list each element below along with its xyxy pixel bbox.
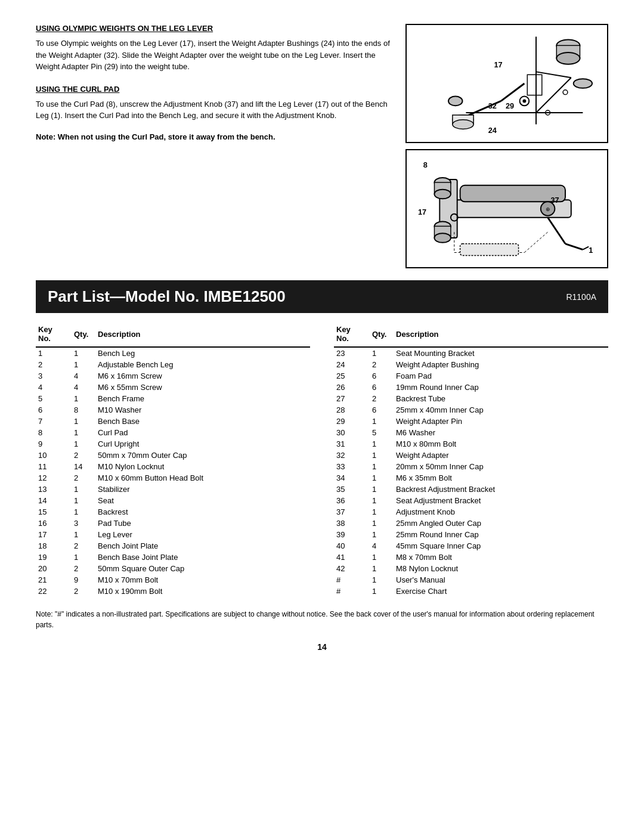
table-row: 20 2 50mm Square Outer Cap — [36, 563, 310, 574]
desc-cell: M10 x 60mm Button Head Bolt — [95, 472, 310, 484]
desc-cell: M6 x 55mm Screw — [95, 382, 310, 393]
table-row: # 1 Exercise Chart — [334, 586, 608, 597]
svg-point-9 — [453, 120, 473, 129]
desc-cell: Bench Base — [95, 416, 310, 427]
desc-cell: Bench Frame — [95, 393, 310, 404]
svg-rect-26 — [460, 185, 565, 202]
qty-cell: 1 — [72, 427, 95, 438]
key-no-cell: 35 — [334, 484, 370, 495]
qty-cell: 1 — [370, 472, 394, 484]
table-row: 6 8 M10 Washer — [36, 404, 310, 416]
left-parts-table: Key No. Qty. Description 1 1 Bench Leg 2… — [36, 323, 310, 597]
svg-point-12 — [556, 52, 580, 64]
key-no-cell: 31 — [334, 438, 370, 450]
desc-cell: Foam Pad — [394, 370, 608, 382]
table-row: 31 1 M10 x 80mm Bolt — [334, 438, 608, 450]
desc-cell: Stabilizer — [95, 484, 310, 495]
table-row: 4 4 M6 x 55mm Screw — [36, 382, 310, 393]
svg-point-15 — [522, 99, 526, 103]
desc-cell: Seat Mounting Bracket — [394, 347, 608, 359]
key-no-cell: 13 — [36, 484, 72, 495]
qty-cell: 1 — [72, 552, 95, 563]
desc-cell: Curl Upright — [95, 438, 310, 450]
diagram-leg-lever: 17 32 29 24 — [405, 24, 608, 143]
qty-cell: 1 — [370, 347, 394, 359]
table-row: 7 1 Bench Base — [36, 416, 310, 427]
table-row: 18 2 Bench Joint Plate — [36, 540, 310, 552]
key-no-cell: 8 — [36, 427, 72, 438]
part-list-title: Part List—Model No. IMBE12500 — [48, 287, 286, 306]
desc-cell: M10 x 70mm Bolt — [95, 574, 310, 586]
qty-cell: 1 — [370, 450, 394, 461]
key-no-cell: 42 — [334, 563, 370, 574]
key-no-cell: 3 — [36, 370, 72, 382]
right-diagrams: 17 32 29 24 — [405, 24, 608, 268]
desc-cell: Backrest — [95, 506, 310, 518]
qty-cell: 2 — [72, 586, 95, 597]
desc-cell: Pad Tube — [95, 518, 310, 529]
qty-cell: 14 — [72, 461, 95, 472]
section1-heading: USING OLYMPIC WEIGHTS ON THE LEG LEVER — [36, 24, 394, 33]
key-no-cell: 40 — [334, 540, 370, 552]
table-row: 14 1 Seat — [36, 495, 310, 506]
col-qty-left: Qty. — [72, 323, 95, 347]
key-no-cell: 14 — [36, 495, 72, 506]
qty-cell: 4 — [370, 540, 394, 552]
desc-cell: M6 x 16mm Screw — [95, 370, 310, 382]
svg-point-33 — [434, 190, 450, 199]
svg-text:17: 17 — [494, 60, 502, 69]
table-row: 40 4 45mm Square Inner Cap — [334, 540, 608, 552]
key-no-cell: # — [334, 574, 370, 586]
desc-cell: 50mm Square Outer Cap — [95, 563, 310, 574]
qty-cell: 4 — [72, 382, 95, 393]
desc-cell: Adjustment Knob — [394, 506, 608, 518]
qty-cell: 1 — [72, 529, 95, 540]
desc-cell: Seat — [95, 495, 310, 506]
qty-cell: 1 — [370, 506, 394, 518]
table-row: 29 1 Weight Adapter Pin — [334, 416, 608, 427]
svg-text:17: 17 — [418, 208, 426, 216]
table-row: 26 6 19mm Round Inner Cap — [334, 382, 608, 393]
qty-cell: 6 — [370, 404, 394, 416]
desc-cell: 45mm Square Inner Cap — [394, 540, 608, 552]
table-row: 42 1 M8 Nylon Locknut — [334, 563, 608, 574]
key-no-cell: 1 — [36, 347, 72, 359]
svg-text:8: 8 — [423, 160, 428, 169]
qty-cell: 1 — [72, 495, 95, 506]
col-key-no-left: Key No. — [36, 323, 72, 347]
section1-text: To use Olympic weights on the Leg Lever … — [36, 38, 394, 73]
svg-point-17 — [448, 97, 463, 106]
svg-point-13 — [574, 79, 592, 88]
desc-cell: 20mm x 50mm Inner Cap — [394, 461, 608, 472]
col-key-no-right: Key No. — [334, 323, 370, 347]
desc-cell: 25mm x 40mm Inner Cap — [394, 404, 608, 416]
key-no-cell: 36 — [334, 495, 370, 506]
left-content: USING OLYMPIC WEIGHTS ON THE LEG LEVER T… — [36, 24, 394, 268]
desc-cell: Seat Adjustment Bracket — [394, 495, 608, 506]
table-row: 21 9 M10 x 70mm Bolt — [36, 574, 310, 586]
desc-cell: Bench Joint Plate — [95, 540, 310, 552]
table-row: 34 1 M6 x 35mm Bolt — [334, 472, 608, 484]
svg-text:⊕: ⊕ — [546, 206, 550, 212]
section2-heading: USING THE CURL PAD — [36, 85, 394, 94]
desc-cell: User's Manual — [394, 574, 608, 586]
qty-cell: 1 — [370, 563, 394, 574]
key-no-cell: 19 — [36, 552, 72, 563]
table-row: 2 1 Adjustable Bench Leg — [36, 359, 310, 370]
table-row: 23 1 Seat Mounting Bracket — [334, 347, 608, 359]
desc-cell: Weight Adapter Pin — [394, 416, 608, 427]
table-row: 1 1 Bench Leg — [36, 347, 310, 359]
table-row: 3 4 M6 x 16mm Screw — [36, 370, 310, 382]
top-section: USING OLYMPIC WEIGHTS ON THE LEG LEVER T… — [36, 24, 608, 268]
desc-cell: Curl Pad — [95, 427, 310, 438]
key-no-cell: 23 — [334, 347, 370, 359]
table-row: 15 1 Backrest — [36, 506, 310, 518]
table-row: 22 2 M10 x 190mm Bolt — [36, 586, 310, 597]
key-no-cell: 39 — [334, 529, 370, 540]
key-no-cell: 11 — [36, 461, 72, 472]
table-row: 16 3 Pad Tube — [36, 518, 310, 529]
desc-cell: 25mm Angled Outer Cap — [394, 518, 608, 529]
key-no-cell: 20 — [36, 563, 72, 574]
desc-cell: M10 x 190mm Bolt — [95, 586, 310, 597]
key-no-cell: 7 — [36, 416, 72, 427]
